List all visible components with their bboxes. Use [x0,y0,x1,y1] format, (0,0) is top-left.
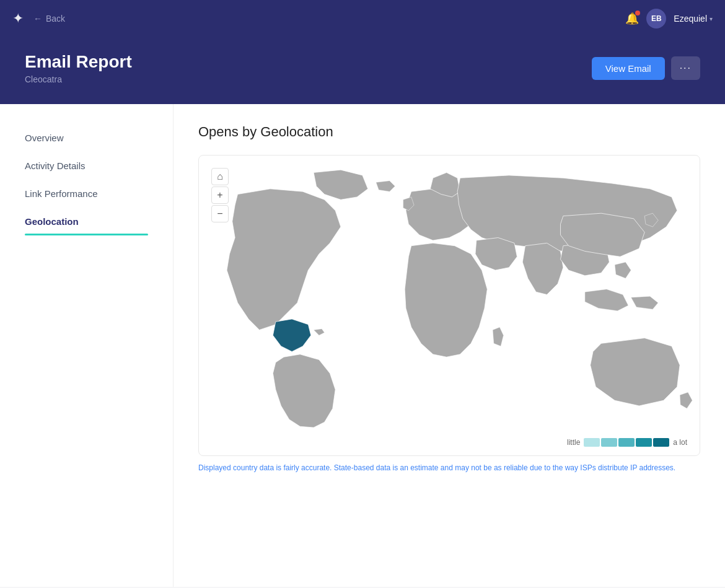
back-button[interactable]: ← Back [33,14,65,24]
logo-icon: ✦ [12,11,24,27]
content-area: Opens by Geolocation ⌂ + − [174,104,725,587]
sidebar: Overview Activity Details Link Performan… [0,104,174,587]
sidebar-item-overview[interactable]: Overview [0,124,173,152]
map-home-button[interactable]: ⌂ [211,168,229,185]
avatar: EB [646,9,666,29]
main-layout: Overview Activity Details Link Performan… [0,104,725,587]
nav-right: 🔔 EB Ezequiel ▾ [625,9,713,29]
map-controls: ⌂ + − [211,168,229,222]
sidebar-item-activity-details[interactable]: Activity Details [0,152,173,180]
legend-bar [584,438,669,447]
header-actions: View Email ··· [592,56,700,80]
back-arrow-icon: ← [33,14,42,24]
page-title: Email Report [25,52,132,72]
legend-swatch-3 [618,438,635,447]
back-label: Back [46,14,65,24]
map-legend: little a lot [205,433,693,449]
page-subtitle: Cleocatra [25,74,132,84]
notifications-button[interactable]: 🔔 [625,12,639,25]
sidebar-item-link-performance[interactable]: Link Performance [0,180,173,208]
sidebar-item-geolocation[interactable]: Geolocation [0,208,173,235]
legend-swatch-1 [584,438,600,447]
more-options-button[interactable]: ··· [671,56,700,80]
map-zoom-in-button[interactable]: + [211,186,229,204]
map-zoom-out-button[interactable]: − [211,205,229,222]
section-title: Opens by Geolocation [198,124,700,140]
header-title-area: Email Report Cleocatra [25,52,132,84]
legend-swatch-5 [653,438,669,447]
legend-little-label: little [567,438,580,447]
header-banner: Email Report Cleocatra View Email ··· [0,37,725,104]
top-nav: ✦ ← Back 🔔 EB Ezequiel ▾ [0,0,725,37]
user-menu[interactable]: Ezequiel ▾ [674,14,713,24]
view-email-button[interactable]: View Email [592,57,665,80]
map-container: ⌂ + − [198,155,700,456]
map-footnote: Displayed country data is fairly accurat… [198,456,700,473]
legend-swatch-4 [636,438,652,447]
chevron-down-icon: ▾ [710,15,713,22]
user-name-label: Ezequiel [674,14,707,24]
legend-swatch-2 [601,438,617,447]
legend-lot-label: a lot [673,438,687,447]
notification-dot [635,11,640,15]
world-map [205,162,693,433]
nav-left: ✦ ← Back [12,11,65,27]
